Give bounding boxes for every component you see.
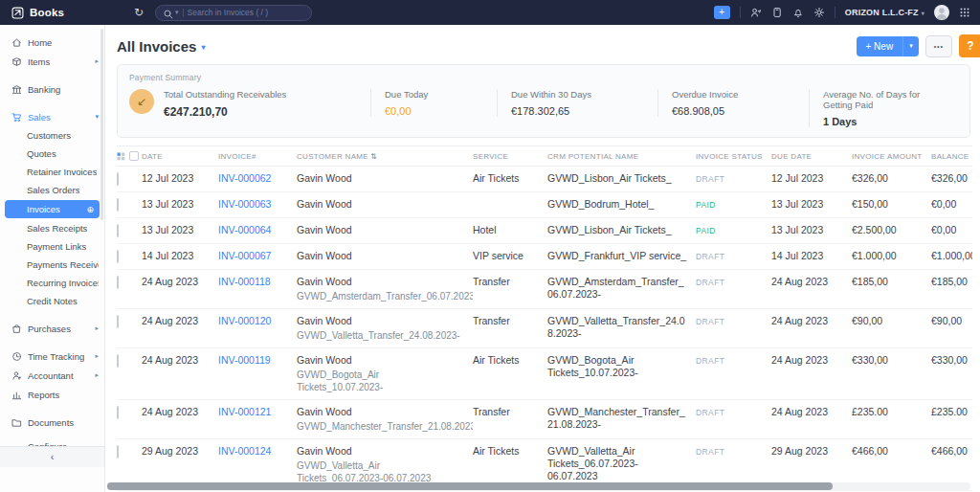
sidebar-item-recurring-invoices[interactable]: Recurring Invoices (0, 274, 104, 292)
sidebar-item-quotes[interactable]: Quotes (0, 145, 104, 163)
add-invoice-icon[interactable]: ⊕ (86, 205, 94, 214)
row-checkbox[interactable] (117, 198, 119, 212)
select-all-checkbox[interactable] (129, 151, 139, 161)
org-switcher[interactable]: ORIZON L.L.C-FZ ▾ (845, 8, 924, 17)
sort-icon[interactable]: ⇅ (370, 152, 377, 161)
row-select-cell (117, 315, 142, 328)
sidebar-item-sales[interactable]: Sales▾ (0, 107, 104, 126)
new-button-caret-icon[interactable]: ▾ (902, 36, 919, 56)
sidebar-item-banking[interactable]: Banking (0, 79, 104, 99)
page-title[interactable]: All Invoices ▾ (117, 38, 205, 55)
cell-balance: €466,00 (931, 445, 972, 458)
metric-total-outstanding: ↙ Total Outstanding Receivables €247.210… (129, 89, 370, 119)
invoice-link[interactable]: INV-000120 (218, 315, 271, 326)
row-checkbox[interactable] (117, 315, 119, 328)
cell-invoice-status: DRAFT (696, 172, 771, 186)
sidebar-collapse-button[interactable]: ‹ (0, 446, 104, 467)
sidebar-scrollbar[interactable] (100, 29, 103, 220)
sidebar-item-documents[interactable]: Documents (0, 413, 104, 432)
col-header-service[interactable]: SERVICE (473, 152, 547, 161)
cell-date: 13 Jul 2023 (142, 198, 218, 211)
row-checkbox[interactable] (117, 250, 119, 263)
sidebar-item-retainer-invoices[interactable]: Retainer Invoices (0, 163, 104, 181)
sidebar-item-home[interactable]: Home (0, 33, 104, 52)
cell-balance: €330,00 (931, 354, 972, 367)
sidebar-item-sales-receipts[interactable]: Sales Receipts (0, 219, 104, 237)
accountant-icon (11, 370, 22, 381)
recent-history-icon[interactable]: ↻ (134, 6, 144, 19)
col-header-customer[interactable]: CUSTOMER NAME⇅ (297, 152, 473, 161)
table-row[interactable]: 24 Aug 2023INV-000121Gavin WoodGVWD_Manc… (117, 400, 972, 439)
invoice-link[interactable]: INV-000118 (218, 276, 271, 287)
table-row[interactable]: 12 Jul 2023INV-000062Gavin WoodAir Ticke… (117, 167, 972, 192)
row-checkbox[interactable] (117, 224, 119, 237)
invoice-link[interactable]: INV-000124 (218, 445, 271, 457)
row-checkbox[interactable] (117, 172, 119, 186)
sidebar-item-accountant[interactable]: Accountant▸ (0, 366, 104, 385)
invoice-link[interactable]: INV-000121 (218, 406, 271, 417)
cell-invoice-number: INV-000067 (218, 250, 297, 262)
sidebar-item-purchases[interactable]: Purchases▸ (0, 319, 104, 338)
cell-service: Air Tickets (473, 172, 547, 185)
cell-invoice-number: INV-000119 (218, 354, 297, 367)
quick-create-button[interactable]: + (714, 6, 730, 19)
search-scope-caret-icon[interactable]: ▾ (175, 9, 179, 16)
row-checkbox[interactable] (117, 406, 119, 419)
table-row[interactable]: 14 Jul 2023INV-000067Gavin WoodVIP servi… (117, 244, 972, 270)
sidebar-item-credit-notes[interactable]: Credit Notes (0, 292, 104, 310)
sidebar-item-time-tracking[interactable]: Time Tracking▸ (0, 347, 104, 366)
invoice-link[interactable]: INV-000119 (218, 354, 271, 366)
col-header-status[interactable]: INVOICE STATUS (696, 152, 771, 161)
invoice-link[interactable]: INV-000067 (218, 250, 271, 261)
sidebar-item-invoices[interactable]: Invoices⊕ (5, 200, 100, 218)
col-header-amount[interactable]: INVOICE AMOUNT (852, 152, 931, 161)
row-select-cell (117, 250, 142, 263)
col-header-balance[interactable]: BALANCE (931, 152, 972, 161)
row-checkbox[interactable] (117, 445, 119, 458)
cell-invoice-number: INV-000064 (218, 224, 297, 236)
avatar[interactable] (934, 5, 949, 20)
global-search[interactable]: ▾ (155, 5, 312, 21)
col-header-date[interactable]: DATE (142, 152, 218, 161)
sidebar-item-reports[interactable]: Reports (0, 385, 104, 404)
col-header-due-date[interactable]: DUE DATE (771, 152, 852, 161)
col-header-crm[interactable]: CRM POTENTIAL NAME (547, 152, 696, 161)
sidebar-item-payment-links[interactable]: Payment Links (0, 237, 104, 256)
subscription-icon[interactable] (771, 7, 783, 18)
table-row[interactable]: 13 Jul 2023INV-000063Gavin WoodGVWD_Bodr… (117, 192, 972, 218)
sidebar-item-label: Retainer Invoices (27, 167, 97, 177)
horizontal-scrollbar-thumb[interactable] (107, 482, 833, 490)
sidebar-item-payments-received[interactable]: Payments Received (0, 256, 104, 274)
sidebar-item-label: Banking (28, 84, 60, 95)
notifications-bell-icon[interactable] (792, 7, 804, 18)
horizontal-scrollbar-track[interactable] (107, 482, 970, 490)
more-options-button[interactable]: ••• (925, 35, 952, 57)
help-button[interactable]: ? (959, 34, 980, 57)
sidebar-item-sales-orders[interactable]: Sales Orders (0, 181, 104, 199)
apps-grid-icon[interactable] (959, 7, 970, 18)
sidebar-item-items[interactable]: Items▸ (0, 52, 104, 71)
sidebar-item-customers[interactable]: Customers (0, 126, 104, 145)
invoice-link[interactable]: INV-000062 (218, 172, 271, 184)
col-header-invoice[interactable]: INVOICE# (218, 152, 297, 161)
receivables-arrow-icon: ↙ (129, 89, 154, 114)
app-logo[interactable]: Books (0, 7, 105, 19)
table-view-icon[interactable] (117, 152, 125, 161)
invoice-link[interactable]: INV-000063 (218, 198, 271, 210)
search-input[interactable] (188, 8, 293, 17)
sidebar-item-label: Purchases (28, 324, 71, 334)
table-row[interactable]: 13 Jul 2023INV-000064Gavin WoodHotelGVWD… (117, 218, 972, 244)
table-row[interactable]: 24 Aug 2023INV-000118Gavin WoodGVWD_Amst… (117, 270, 972, 309)
refer-user-icon[interactable] (750, 7, 762, 18)
settings-gear-icon[interactable] (813, 7, 825, 18)
status-badge: DRAFT (696, 447, 724, 457)
customer-subtitle: GVWD_Bogota_Air Tickets_10.07.2023- (297, 369, 465, 393)
table-row[interactable]: 24 Aug 2023INV-000120Gavin WoodGVWD_Vall… (117, 309, 972, 348)
invoice-link[interactable]: INV-000064 (218, 224, 271, 235)
row-select-cell (117, 445, 142, 458)
row-checkbox[interactable] (117, 354, 119, 368)
row-checkbox[interactable] (117, 276, 119, 289)
table-row[interactable]: 24 Aug 2023INV-000119Gavin WoodGVWD_Bogo… (117, 348, 972, 400)
new-invoice-button[interactable]: + New ▾ (857, 36, 919, 56)
books-logo-icon (11, 7, 24, 19)
